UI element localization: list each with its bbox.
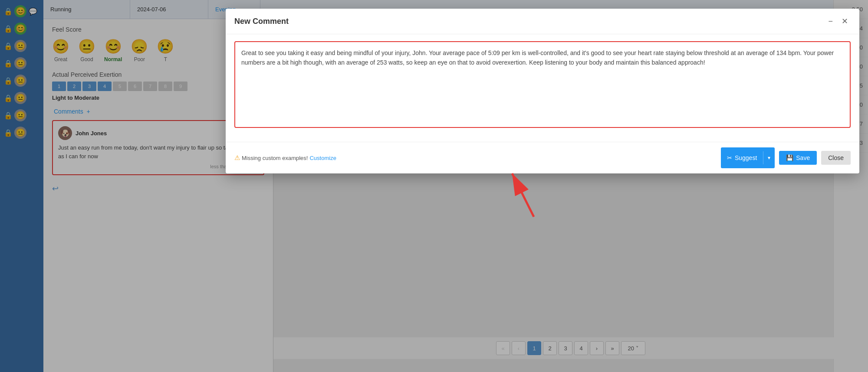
suggest-label: Suggest xyxy=(735,154,757,161)
suggest-icon: ✂ xyxy=(727,154,732,161)
warning-icon: ⚠ xyxy=(234,154,240,162)
close-x-button[interactable]: ✕ xyxy=(839,16,851,27)
missing-examples-text: ⚠ Missing custom examples! Customize xyxy=(234,154,336,162)
minimize-button[interactable]: − xyxy=(825,16,835,27)
save-icon: 💾 xyxy=(786,154,793,161)
modal-footer: ⚠ Missing custom examples! Customize ✂ S… xyxy=(226,142,859,173)
new-comment-modal: New Comment − ✕ Great to see you taking … xyxy=(226,9,859,173)
modal-body: Great to see you taking it easy and bein… xyxy=(226,34,859,142)
suggest-dropdown-arrow[interactable]: ▾ xyxy=(763,151,775,164)
close-button[interactable]: Close xyxy=(821,151,851,165)
customize-link[interactable]: Customize xyxy=(309,155,336,161)
save-label: Save xyxy=(796,154,810,161)
suggest-button[interactable]: ✂ Suggest ▾ xyxy=(721,147,775,168)
missing-label: Missing custom examples! xyxy=(242,155,308,161)
comment-textarea-text[interactable]: Great to see you taking it easy and bein… xyxy=(241,48,844,68)
modal-header: New Comment − ✕ xyxy=(226,9,859,34)
suggest-main: ✂ Suggest xyxy=(721,151,763,165)
modal-title: New Comment xyxy=(234,17,289,26)
modal-header-actions: − ✕ xyxy=(825,16,851,27)
save-button[interactable]: 💾 Save xyxy=(779,151,817,165)
comment-textarea-wrapper[interactable]: Great to see you taking it easy and bein… xyxy=(234,41,851,128)
